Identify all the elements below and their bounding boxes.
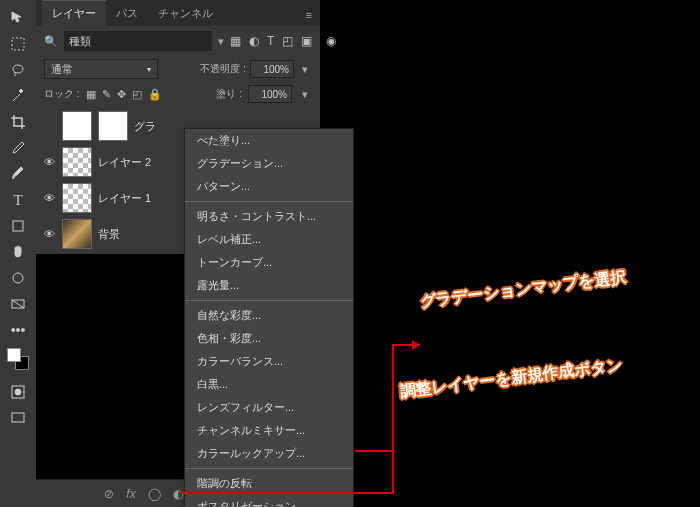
layer-mask-thumb[interactable] <box>98 111 128 141</box>
eyedropper-tool-icon[interactable] <box>6 136 30 160</box>
lock-row: ロック : ▦ ✎ ✥ ◰ 🔒 塗り : 100% ▾ <box>36 82 320 106</box>
svg-rect-0 <box>12 38 24 50</box>
lock-brush-icon[interactable]: ✎ <box>102 88 111 101</box>
left-toolbar: T ••• <box>0 0 36 507</box>
opacity-caret-icon[interactable]: ▾ <box>298 62 312 76</box>
lasso-tool-icon[interactable] <box>6 58 30 82</box>
wand-tool-icon[interactable] <box>6 84 30 108</box>
menu-item[interactable]: 明るさ・コントラスト... <box>185 205 353 228</box>
tab-paths[interactable]: パス <box>106 1 148 26</box>
svg-point-1 <box>13 65 23 73</box>
rect-tool-icon[interactable] <box>6 292 30 316</box>
type-tool-icon[interactable]: T <box>6 188 30 212</box>
color-swatch[interactable] <box>7 348 29 370</box>
shape-tool-icon[interactable] <box>6 214 30 238</box>
fill-input[interactable]: 100% <box>248 85 292 103</box>
marquee-tool-icon[interactable] <box>6 32 30 56</box>
search-icon: 🔍 <box>44 35 58 48</box>
visibility-icon[interactable]: 👁 <box>42 228 56 240</box>
layer-thumb[interactable] <box>62 183 92 213</box>
mask-mode-icon[interactable] <box>6 380 30 404</box>
blend-row: 通常▾ 不透明度 : 100% ▾ <box>36 56 320 82</box>
svg-point-7 <box>15 389 21 395</box>
annotation-text-2: 調整レイヤーを新規作成ボタン <box>399 355 624 403</box>
fx-icon[interactable]: fx <box>126 487 135 501</box>
layer-thumb[interactable] <box>62 219 92 249</box>
fill-label: 塗り : <box>216 87 242 101</box>
menu-item[interactable]: グラデーション... <box>185 152 353 175</box>
adjustment-layer-icon[interactable]: ◐ <box>173 487 183 501</box>
menu-item[interactable]: 自然な彩度... <box>185 304 353 327</box>
panel-tabs: レイヤー パス チャンネル ≡ <box>36 0 320 26</box>
lock-move-icon[interactable]: ✥ <box>117 88 126 101</box>
screen-mode-icon[interactable] <box>6 406 30 430</box>
opacity-input[interactable]: 100% <box>250 60 294 78</box>
dropdown-icon[interactable]: ▾ <box>218 34 224 48</box>
menu-item[interactable]: カラーバランス... <box>185 350 353 373</box>
mask-icon[interactable]: ◯ <box>148 487 161 501</box>
filter-toggle-icon[interactable]: ◉ <box>326 34 336 48</box>
menu-item[interactable]: レンズフィルター... <box>185 396 353 419</box>
svg-rect-8 <box>12 413 24 422</box>
filter-adjust-icon[interactable]: ◐ <box>249 34 259 48</box>
menu-item[interactable]: パターン... <box>185 175 353 198</box>
menu-item[interactable]: 白黒... <box>185 373 353 396</box>
menu-item[interactable]: ポスタリゼーション... <box>185 495 353 507</box>
link-icon[interactable]: ⊘ <box>104 487 114 501</box>
filter-type-icon[interactable]: T <box>267 34 274 48</box>
blend-mode-select[interactable]: 通常▾ <box>44 59 158 79</box>
svg-rect-2 <box>13 221 23 231</box>
menu-separator <box>185 468 353 469</box>
menu-item[interactable]: レベル補正... <box>185 228 353 251</box>
lock-artboard-icon[interactable]: ◰ <box>132 88 142 101</box>
menu-item[interactable]: 階調の反転 <box>185 472 353 495</box>
layer-name[interactable]: レイヤー 1 <box>98 191 151 206</box>
lock-all-icon[interactable]: 🔒 <box>148 88 162 101</box>
filter-pixel-icon[interactable]: ▦ <box>230 34 241 48</box>
brush-tool-icon[interactable] <box>6 162 30 186</box>
menu-item[interactable]: 露光量... <box>185 274 353 297</box>
crop-tool-icon[interactable] <box>6 110 30 134</box>
panel-menu-icon[interactable]: ≡ <box>298 4 320 26</box>
visibility-icon[interactable]: 👁 <box>42 156 56 168</box>
layer-thumb[interactable] <box>62 111 92 141</box>
layer-name[interactable]: グラ <box>134 119 156 134</box>
lock-label: ロック : <box>44 87 80 101</box>
visibility-icon[interactable]: 👁 <box>42 192 56 204</box>
svg-line-5 <box>12 300 24 308</box>
menu-item[interactable]: 色相・彩度... <box>185 327 353 350</box>
layer-name[interactable]: 背景 <box>98 227 120 242</box>
menu-item[interactable]: べた塗り... <box>185 129 353 152</box>
menu-item[interactable]: カラールックアップ... <box>185 442 353 465</box>
menu-separator <box>185 300 353 301</box>
lock-pixels-icon[interactable]: ▦ <box>86 88 96 101</box>
opacity-label: 不透明度 : <box>200 62 246 76</box>
annotation-text-1: グラデーションマップを選択 <box>419 267 628 313</box>
hand-tool-icon[interactable] <box>6 240 30 264</box>
filter-input[interactable] <box>64 31 212 51</box>
menu-item[interactable]: トーンカーブ... <box>185 251 353 274</box>
tool-icon[interactable] <box>6 266 30 290</box>
menu-separator <box>185 201 353 202</box>
tab-layers[interactable]: レイヤー <box>42 0 106 26</box>
fill-caret-icon[interactable]: ▾ <box>298 87 312 101</box>
layer-thumb[interactable] <box>62 147 92 177</box>
adjustment-context-menu: べた塗り... グラデーション... パターン... 明るさ・コントラスト...… <box>184 128 354 507</box>
filter-row: 🔍 ▾ ▦ ◐ T ◰ ▣ ◉ <box>36 26 320 56</box>
tab-channels[interactable]: チャンネル <box>148 1 223 26</box>
move-tool-icon[interactable] <box>6 6 30 30</box>
svg-point-3 <box>13 273 23 283</box>
misc-tool-icon[interactable]: ••• <box>6 318 30 342</box>
filter-smart-icon[interactable]: ▣ <box>301 34 312 48</box>
layer-name[interactable]: レイヤー 2 <box>98 155 151 170</box>
menu-item[interactable]: チャンネルミキサー... <box>185 419 353 442</box>
filter-shape-icon[interactable]: ◰ <box>282 34 293 48</box>
